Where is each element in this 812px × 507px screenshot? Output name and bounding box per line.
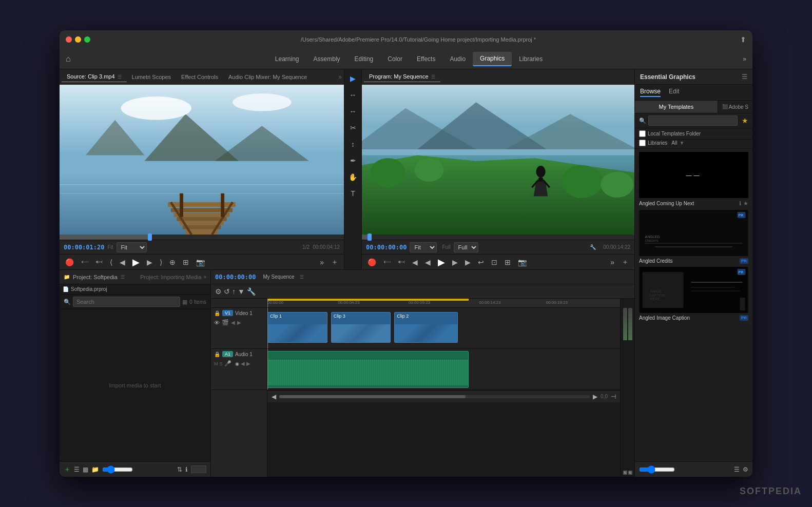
eg-zoom-slider[interactable]: [639, 465, 675, 474]
prog-prev[interactable]: ◀: [423, 257, 432, 267]
menu-libraries[interactable]: Libraries: [512, 52, 550, 66]
tl-tool-lift[interactable]: ↑: [232, 287, 236, 296]
libraries-check[interactable]: [639, 140, 646, 146]
prog-add[interactable]: ＋: [620, 257, 630, 268]
eg-subtab-adobe-stock[interactable]: ⬛ Adobe S: [718, 101, 752, 113]
source-scrubbar[interactable]: [60, 235, 344, 240]
audio-clip[interactable]: [267, 351, 469, 388]
menu-assembly[interactable]: Assembly: [306, 52, 347, 66]
a1-mute-label[interactable]: M: [214, 361, 218, 366]
a1-next-btn[interactable]: ▶: [246, 361, 250, 366]
eg-tab-browse[interactable]: Browse: [640, 88, 661, 97]
v1-clip-icon[interactable]: 🎬: [222, 319, 229, 326]
coming-up-info[interactable]: ℹ: [739, 200, 741, 207]
project-tab2[interactable]: Project: Importing Media: [140, 274, 201, 280]
prog-step-back[interactable]: ◀: [411, 257, 419, 267]
prog-marker[interactable]: 🔴: [366, 257, 378, 267]
clip-3[interactable]: Clip 3: [331, 312, 391, 343]
tool-razor[interactable]: ✂: [346, 121, 360, 135]
prog-out[interactable]: ⬷: [396, 257, 407, 267]
project-overflow[interactable]: »: [203, 274, 206, 280]
tab-audio-clip-mixer[interactable]: Audio Clip Mixer: My Sequence: [223, 72, 312, 82]
a1-lock-icon[interactable]: 🔒: [214, 352, 220, 357]
tl-prev-btn[interactable]: ◀: [272, 393, 276, 400]
eg-menu[interactable]: ☰: [742, 73, 747, 81]
menu-editing[interactable]: Editing: [347, 52, 381, 66]
source-camera-btn[interactable]: 📷: [195, 257, 206, 267]
program-fit-select[interactable]: Fit 25% 50%: [410, 242, 437, 252]
timeline-menu[interactable]: ☰: [300, 275, 304, 280]
source-overwrite-btn[interactable]: ⊞: [181, 257, 190, 267]
tab-lumetri[interactable]: Lumetri Scopes: [127, 72, 176, 82]
tool-slip[interactable]: ↕: [346, 137, 360, 151]
tool-track-select[interactable]: ↔: [346, 88, 360, 102]
meter-s2-btn[interactable]: S: [628, 471, 632, 475]
v1-next-btn[interactable]: ▶: [237, 320, 241, 325]
tl-end-btn[interactable]: ⊣: [611, 393, 616, 400]
project-panel-menu[interactable]: ☰: [121, 275, 125, 280]
program-timecode[interactable]: 00:00:00:00: [366, 244, 407, 251]
prog-step-fwd[interactable]: ▶: [463, 257, 472, 267]
v1-eye-icon[interactable]: 👁: [214, 320, 220, 326]
eg-settings-icon[interactable]: ⚙: [743, 466, 748, 473]
tool-ripple[interactable]: ↔: [346, 104, 360, 119]
proj-folder-btn[interactable]: 📁: [91, 466, 99, 473]
source-timecode[interactable]: 00:00:01:20: [64, 244, 104, 251]
source-in-btn[interactable]: ⬸: [80, 257, 90, 267]
clip-1[interactable]: Clip 1: [267, 312, 327, 343]
proj-search-small[interactable]: [191, 465, 206, 473]
source-out-btn[interactable]: ⬷: [94, 257, 104, 267]
v1-prev-btn[interactable]: ◀: [231, 320, 235, 325]
maximize-button[interactable]: [84, 36, 90, 43]
source-marker-btn[interactable]: 🔴: [64, 257, 75, 267]
tool-hand[interactable]: ✋: [346, 170, 360, 184]
proj-list-btn[interactable]: ☰: [74, 466, 80, 473]
a1-solo-label[interactable]: S: [220, 361, 223, 366]
home-button[interactable]: ⌂: [64, 52, 73, 66]
v1-lock-icon[interactable]: 🔒: [214, 310, 220, 316]
proj-sort-btn[interactable]: ⇅: [177, 466, 182, 473]
prog-overflow[interactable]: »: [609, 257, 616, 267]
program-wrench-icon[interactable]: 🔧: [590, 244, 596, 250]
menu-learning[interactable]: Learning: [268, 52, 306, 66]
source-add-btn[interactable]: ＋: [330, 257, 340, 268]
source-play-btn[interactable]: ▶: [131, 256, 141, 269]
source-fit-select[interactable]: Fit 25% 50% 100%: [117, 242, 147, 252]
eg-search-input[interactable]: [648, 115, 738, 126]
prog-play[interactable]: ▶: [436, 256, 447, 269]
template-image-caption[interactable]: IMAGE CAPTION HERE PR: [639, 267, 748, 321]
meter-s-btn[interactable]: S: [623, 471, 627, 475]
prog-cam[interactable]: 📷: [516, 257, 528, 267]
menu-effects[interactable]: Effects: [410, 52, 442, 66]
coming-up-star[interactable]: ★: [743, 200, 748, 207]
menu-color[interactable]: Color: [380, 52, 410, 66]
a1-prev-btn[interactable]: ◀: [241, 361, 245, 366]
tab-effect-controls[interactable]: Effect Controls: [176, 72, 223, 82]
prog-loop[interactable]: ↩: [476, 257, 486, 267]
tool-text[interactable]: T: [346, 186, 360, 201]
source-tab-overflow[interactable]: »: [338, 73, 342, 81]
template-coming-up-next[interactable]: —— Angled Coming Up Next ℹ ★: [639, 152, 748, 207]
minimize-button[interactable]: [75, 36, 81, 43]
tl-tool-extract[interactable]: ▼: [238, 287, 245, 296]
source-next-btn[interactable]: ▶: [145, 257, 154, 267]
a1-mic-icon[interactable]: 🎤: [224, 360, 231, 367]
eg-subtab-my-templates[interactable]: My Templates: [635, 101, 718, 113]
prog-safe[interactable]: ⊡: [490, 257, 499, 267]
source-step-back[interactable]: ⟨: [108, 257, 114, 267]
libraries-dropdown-icon[interactable]: ▼: [679, 140, 684, 146]
timeline-ruler[interactable]: 00:00:00 00:00:04:23 00:00:09:23 00:00:1…: [267, 299, 620, 308]
menu-audio[interactable]: Audio: [442, 52, 473, 66]
project-grid-icon[interactable]: ▦: [182, 299, 187, 305]
tool-select[interactable]: ▶: [346, 71, 360, 86]
prog-next[interactable]: ▶: [451, 257, 459, 267]
tl-tool-wrench[interactable]: 🔧: [247, 287, 256, 296]
eg-local-templates-checkbox[interactable]: Local Templates Folder: [639, 130, 701, 137]
tl-tool-settings[interactable]: ⚙: [215, 287, 222, 296]
eg-star-filter[interactable]: ★: [742, 116, 748, 125]
eg-list-icon[interactable]: ☰: [734, 466, 740, 473]
eg-libraries-checkbox[interactable]: Libraries All ▼: [639, 140, 684, 146]
tab-program[interactable]: Program: My Sequence ☰: [364, 71, 440, 82]
project-search-input[interactable]: [73, 297, 180, 307]
template-angled-credits[interactable]: ANGLED CREDITS PR Angled Credits PR: [639, 210, 748, 264]
